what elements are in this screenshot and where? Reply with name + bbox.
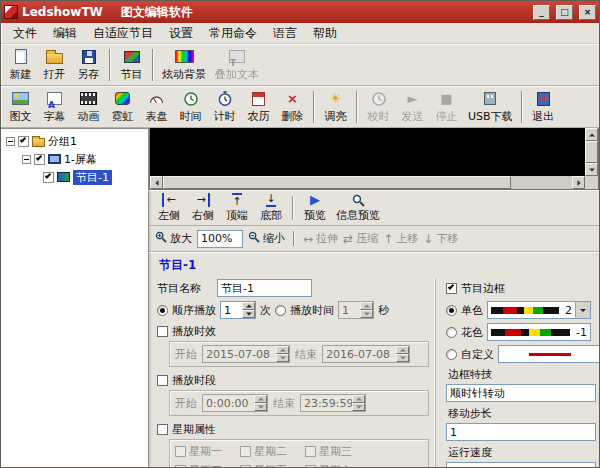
info-preview-label: 信息预览 <box>336 208 380 223</box>
time-sync-label: 校时 <box>368 109 390 124</box>
tree-item-program[interactable]: 节目-1 <box>1 168 148 186</box>
saturday-item: 星期六 <box>305 463 365 467</box>
single-color-radio[interactable] <box>446 305 457 316</box>
play-period-checkbox[interactable] <box>157 326 168 337</box>
tree-screen-label[interactable]: 1-屏幕 <box>64 152 97 167</box>
app-logo-icon <box>4 5 18 19</box>
multi-color-radio[interactable] <box>446 327 457 338</box>
menu-edit[interactable]: 编辑 <box>45 23 85 44</box>
save-as-button[interactable]: 另存 <box>72 47 105 84</box>
border-effect-select[interactable]: 顺时针转动 <box>446 384 596 402</box>
program-name-input[interactable]: 节目-1 <box>217 279 312 297</box>
menu-settings[interactable]: 设置 <box>161 23 201 44</box>
menu-file[interactable]: 文件 <box>5 23 45 44</box>
animation-button[interactable]: 动画 <box>72 89 105 126</box>
dial-button[interactable]: 表盘 <box>140 89 173 126</box>
lunar-button[interactable]: 农历 <box>242 89 275 126</box>
program-button[interactable]: 节目 <box>115 47 148 84</box>
tree-program-label[interactable]: 节目-1 <box>73 170 112 185</box>
menu-common-commands[interactable]: 常用命令 <box>201 23 265 44</box>
horizontal-scroll-thumb[interactable] <box>163 176 511 189</box>
play-count-stepper[interactable]: 1 <box>220 301 256 319</box>
brightness-button[interactable]: ☀ 调亮 <box>319 89 352 126</box>
move-step-input[interactable]: 1 <box>446 423 596 441</box>
sequential-play-radio[interactable] <box>157 305 168 316</box>
subtitle-button[interactable]: A 字幕 <box>38 89 71 126</box>
scroll-down-button[interactable] <box>585 163 598 176</box>
move-step-label: 移动步长 <box>448 406 599 421</box>
move-step-value: 1 <box>447 424 595 440</box>
collapse-icon[interactable] <box>22 155 31 164</box>
preview-canvas[interactable] <box>150 128 585 176</box>
program-checkbox[interactable] <box>43 172 54 183</box>
scroll-right-button[interactable] <box>572 176 585 189</box>
tree-item-group[interactable]: 分组1 <box>1 132 148 150</box>
color-dropdown-button[interactable] <box>575 302 590 318</box>
screen-checkbox[interactable] <box>34 154 45 165</box>
range-start-value: 0:00:00 <box>203 395 254 411</box>
maximize-button[interactable]: □ <box>556 5 573 20</box>
menu-adaptive-program[interactable]: 自适应节目 <box>85 23 161 44</box>
animation-label: 动画 <box>78 109 100 124</box>
properties-right-column: 节目边框 单色 2 <box>435 279 599 467</box>
led-preview <box>149 128 599 190</box>
period-end-value: 2016-07-08 <box>323 346 396 362</box>
send-icon: ► <box>408 92 418 106</box>
zoom-in-button[interactable]: 放大 <box>155 231 192 246</box>
tree-item-screen[interactable]: 1-屏幕 <box>1 150 148 168</box>
titlebar: LedshowTW 图文编辑软件 _ □ × <box>1 1 599 23</box>
stretch-label: 拉伸 <box>316 231 338 246</box>
new-button[interactable]: 新建 <box>4 47 37 84</box>
close-button[interactable]: × <box>579 5 596 20</box>
zoom-level-field[interactable]: 100% <box>197 230 243 248</box>
tree-group-label[interactable]: 分组1 <box>48 134 77 149</box>
scroll-left-button[interactable] <box>150 176 163 189</box>
toolbar-separator <box>109 49 111 81</box>
minimize-button[interactable]: _ <box>533 5 550 20</box>
align-top-button[interactable]: ↑ 顶端 <box>221 192 253 224</box>
stretch-button: ↔ 拉伸 <box>303 231 338 246</box>
multi-color-field[interactable]: -1 <box>487 323 591 341</box>
open-button[interactable]: 打开 <box>38 47 71 84</box>
timer-button[interactable]: 计时 <box>208 89 241 126</box>
menu-language[interactable]: 语言 <box>265 23 305 44</box>
custom-color-field[interactable] <box>498 345 599 363</box>
dial-label: 表盘 <box>146 109 168 124</box>
program-border-checkbox[interactable] <box>446 283 457 294</box>
group-checkbox[interactable] <box>18 136 29 147</box>
week-property-checkbox[interactable] <box>157 424 168 435</box>
play-period-group: 开始 2015-07-08 结束 2016-07-08 <box>169 341 429 367</box>
align-left-button[interactable]: ← 左侧 <box>153 192 185 224</box>
play-timerange-checkbox[interactable] <box>157 375 168 386</box>
delete-button[interactable]: × 删除 <box>276 89 309 126</box>
single-color-select[interactable]: 2 <box>487 301 591 319</box>
usb-download-button[interactable]: USB下载 <box>464 89 517 126</box>
dynamic-background-button[interactable]: 炫动背景 <box>158 47 210 84</box>
zoom-out-button[interactable]: 缩小 <box>248 231 285 246</box>
run-speed-input[interactable]: 6 <box>446 462 596 467</box>
close-icon: × <box>584 8 592 17</box>
zoom-out-icon <box>248 231 260 246</box>
folder-icon <box>32 138 45 147</box>
neon-label: 霓虹 <box>112 109 134 124</box>
count-up-button[interactable] <box>242 302 255 310</box>
preview-button[interactable]: ▶ 预览 <box>299 192 331 224</box>
neon-button[interactable]: 霓虹 <box>106 89 139 126</box>
align-right-button[interactable]: → 右侧 <box>187 192 219 224</box>
exit-button[interactable]: → 退出 <box>527 89 560 126</box>
play-time-radio[interactable] <box>275 305 286 316</box>
collapse-icon[interactable] <box>6 137 15 146</box>
run-speed-value: 6 <box>447 463 595 467</box>
menu-help[interactable]: 帮助 <box>305 23 345 44</box>
graphic-text-button[interactable]: 图文 <box>4 89 37 126</box>
time-button[interactable]: 时间 <box>174 89 207 126</box>
play-time-unit: 秒 <box>378 303 389 318</box>
app-window: LedshowTW 图文编辑软件 _ □ × 文件 编辑 自适应节目 设置 常用… <box>0 0 600 468</box>
info-preview-button[interactable]: 信息预览 <box>333 192 383 224</box>
align-bottom-button[interactable]: ↓ 底部 <box>255 192 287 224</box>
custom-color-radio[interactable] <box>446 349 457 360</box>
count-down-button[interactable] <box>242 310 255 318</box>
vertical-scroll-thumb[interactable] <box>585 141 598 163</box>
run-speed-label: 运行速度 <box>448 445 599 460</box>
scroll-up-button[interactable] <box>585 128 598 141</box>
